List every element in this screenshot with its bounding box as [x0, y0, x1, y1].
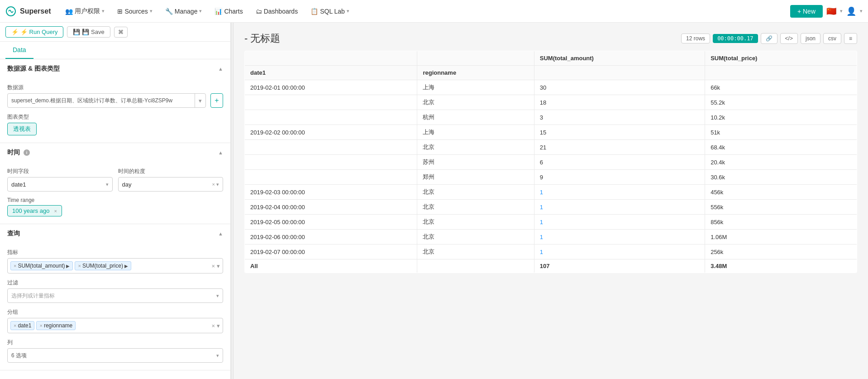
datasource-section: 数据源 & 图表类型 ▲ 数据源 superset_demo.根据日期、区域统计… — [0, 59, 230, 143]
query-section: 查询 ▲ 指标 × SUM(total_amount) ▶ × SUM(tota… — [0, 224, 230, 370]
more-actions-button[interactable]: ≡ — [844, 33, 857, 44]
cell-date1 — [245, 155, 417, 170]
datasource-section-chevron: ▲ — [218, 66, 223, 72]
cell-regionname: 北京 — [417, 215, 534, 230]
cell-regionname: 上海 — [417, 125, 534, 140]
app-logo[interactable]: Superset — [5, 6, 51, 17]
time-field-select[interactable]: date1 ▾ — [7, 177, 113, 192]
metrics-clear-icon[interactable]: × — [211, 263, 215, 269]
th-date1 — [245, 51, 417, 66]
time-section-title: 时间 — [7, 149, 20, 157]
cell-regionname: 北京 — [417, 200, 534, 215]
columns-label: 列 — [7, 339, 223, 346]
time-granularity-clear-icon[interactable]: × — [212, 182, 215, 187]
keyboard-shortcut-button[interactable]: ⌘ — [114, 27, 128, 38]
time-range-value: 100 years ago — [12, 207, 49, 214]
metrics-field[interactable]: × SUM(total_amount) ▶ × SUM(total_price)… — [7, 258, 223, 273]
cell-regionname: 杭州 — [417, 110, 534, 125]
nav-item-manage[interactable]: 🔧 Manage ▾ — [160, 5, 208, 18]
link-icon: 🔗 — [766, 35, 773, 42]
save-label: 💾 Save — [82, 29, 104, 35]
table-icon: ⊞ — [117, 8, 123, 15]
datasource-select[interactable]: superset_demo.根据日期、区域统计订单数、订单总额-Yci8ZSP9… — [7, 93, 206, 108]
time-info-icon[interactable]: i — [24, 149, 30, 156]
datasource-section-header[interactable]: 数据源 & 图表类型 ▲ — [0, 59, 230, 78]
download-json-button[interactable]: json — [801, 33, 820, 44]
metric-label-sum-amount: SUM(total_amount) — [18, 263, 65, 269]
share-link-button[interactable]: 🔗 — [761, 33, 777, 44]
query-section-header[interactable]: 查询 ▲ — [0, 224, 230, 243]
cell-sum-amount: 1 — [534, 230, 705, 245]
cell-sum-price: 456k — [705, 185, 857, 200]
nav-item-sources[interactable]: ⊞ Sources ▾ — [112, 5, 157, 18]
save-button[interactable]: 💾 💾 Save — [67, 26, 110, 38]
cell-regionname: 北京 — [417, 140, 534, 155]
table-row: 2019-02-06 00:00:00北京11.06M — [245, 230, 857, 245]
th-sum-price: SUM(total_price) — [705, 51, 857, 66]
chevron-down-icon: ▾ — [102, 8, 105, 14]
user-avatar-icon[interactable]: 👤 — [846, 6, 856, 16]
nav-label-dashboards: Dashboards — [264, 8, 298, 15]
datasource-label: 数据源 — [7, 84, 223, 91]
nav-item-charts[interactable]: 📊 Charts — [209, 5, 248, 18]
time-section-header[interactable]: 时间 i ▲ — [0, 143, 230, 162]
time-granularity-col: 时间的粒度 day × ▾ — [118, 162, 224, 192]
group-dropdown-icon[interactable]: ▾ — [217, 322, 220, 329]
time-range-label: Time range — [7, 197, 223, 203]
nav-item-dashboards[interactable]: 🗂 Dashboards — [250, 5, 304, 18]
group-regionname-close-icon[interactable]: × — [39, 323, 42, 328]
json-label: json — [806, 35, 816, 42]
lightning-icon: ⚡ — [11, 29, 19, 35]
metric-tag-sum-price[interactable]: × SUM(total_price) ▶ — [75, 261, 131, 270]
metric-close-icon[interactable]: × — [14, 263, 16, 269]
cell-date1: 2019-02-07 00:00:00 — [245, 245, 417, 259]
table-row: 郑州930.6k — [245, 170, 857, 185]
download-csv-button[interactable]: csv — [823, 33, 841, 44]
group-date1-close-icon[interactable]: × — [14, 323, 16, 328]
metrics-label: 指标 — [7, 249, 223, 256]
group-tag-regionname[interactable]: × regionname — [36, 321, 76, 330]
cell-sum-amount: 15 — [534, 125, 705, 140]
th-regionname — [417, 51, 534, 66]
metric-close-icon-2[interactable]: × — [78, 263, 81, 269]
run-query-button[interactable]: ⚡ ⚡ Run Query — [5, 26, 63, 38]
columns-select[interactable]: 6 选项 ▾ — [7, 348, 223, 363]
tab-data-label: Data — [13, 46, 26, 53]
time-granularity-select[interactable]: day × ▾ — [118, 177, 224, 192]
chart-type-button[interactable]: 透视表 — [7, 123, 37, 135]
group-field[interactable]: × date1 × regionname × ▾ — [7, 318, 223, 333]
superset-logo-icon — [5, 6, 16, 17]
embed-code-button[interactable]: </> — [780, 33, 798, 44]
query-section-body: 指标 × SUM(total_amount) ▶ × SUM(total_pri… — [0, 249, 230, 370]
nav-item-sql-lab[interactable]: 📋 SQL Lab ▾ — [305, 5, 355, 18]
new-button[interactable]: + New — [790, 5, 823, 18]
cell-date1 — [245, 110, 417, 125]
time-field-col: 时间字段 date1 ▾ — [7, 162, 113, 192]
group-tag-date1[interactable]: × date1 — [10, 321, 34, 330]
nav-item-user-permissions[interactable]: 👥 用户权限 ▾ — [60, 5, 110, 18]
tab-data[interactable]: Data — [5, 42, 33, 59]
cell-date1: 2019-02-01 00:00:00 — [245, 80, 417, 95]
metrics-dropdown-icon[interactable]: ▾ — [217, 263, 220, 269]
query-section-chevron: ▲ — [218, 231, 223, 236]
nav-label-sql-lab: SQL Lab — [320, 8, 345, 15]
cell-date1 — [245, 170, 417, 185]
filter-placeholder: 选择列或计量指标 — [11, 292, 55, 300]
metric-tag-sum-amount[interactable]: × SUM(total_amount) ▶ — [10, 261, 73, 270]
cell-sum-price: 856k — [705, 215, 857, 230]
datasource-dropdown-icon: ▾ — [195, 94, 205, 107]
cell-regionname: 北京 — [417, 230, 534, 245]
cell-regionname: 北京 — [417, 245, 534, 259]
user-chevron-icon: ▾ — [860, 8, 863, 14]
time-range-close-icon[interactable]: × — [54, 208, 57, 214]
time-range-button[interactable]: 100 years ago × — [7, 205, 62, 216]
add-datasource-button[interactable]: + — [210, 93, 223, 108]
chevron-down-icon-manage: ▾ — [199, 8, 202, 14]
filter-select[interactable]: 选择列或计量指标 ▾ — [7, 288, 223, 303]
group-clear-icon[interactable]: × — [211, 322, 215, 329]
chevron-down-icon-sources: ▾ — [150, 8, 153, 14]
language-flag[interactable]: 🇨🇳 — [826, 6, 836, 16]
cell-regionname — [417, 259, 534, 273]
cell-sum-amount: 107 — [534, 259, 705, 273]
metric-arrow-icon-2: ▶ — [124, 264, 128, 269]
